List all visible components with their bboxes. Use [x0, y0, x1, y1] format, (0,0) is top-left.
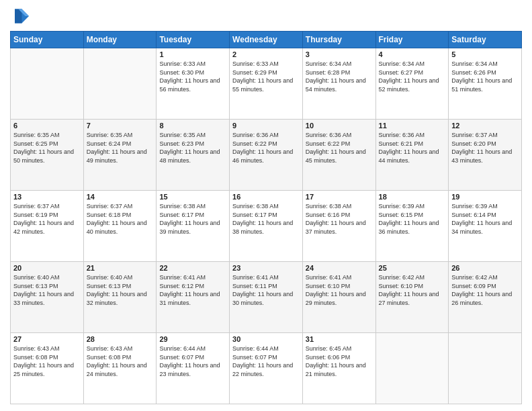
day-info: Sunrise: 6:40 AM Sunset: 6:13 PM Dayligh… [13, 273, 81, 307]
calendar-cell [83, 48, 157, 120]
calendar-cell [449, 333, 522, 404]
calendar-cell: 1Sunrise: 6:33 AM Sunset: 6:30 PM Daylig… [157, 48, 230, 120]
weekday-header-sunday: Sunday [11, 32, 84, 48]
day-number: 12 [451, 122, 519, 130]
calendar-week-2: 6Sunrise: 6:35 AM Sunset: 6:25 PM Daylig… [11, 120, 522, 191]
calendar-cell: 11Sunrise: 6:36 AM Sunset: 6:21 PM Dayli… [375, 120, 449, 191]
day-info: Sunrise: 6:38 AM Sunset: 6:17 PM Dayligh… [159, 202, 226, 236]
calendar-cell: 22Sunrise: 6:41 AM Sunset: 6:12 PM Dayli… [157, 262, 230, 333]
day-info: Sunrise: 6:38 AM Sunset: 6:16 PM Dayligh… [306, 202, 373, 236]
calendar-cell: 25Sunrise: 6:42 AM Sunset: 6:10 PM Dayli… [375, 262, 449, 333]
day-number: 28 [87, 335, 154, 343]
calendar-cell: 17Sunrise: 6:38 AM Sunset: 6:16 PM Dayli… [302, 191, 375, 262]
calendar-cell: 9Sunrise: 6:36 AM Sunset: 6:22 PM Daylig… [230, 120, 303, 191]
day-info: Sunrise: 6:35 AM Sunset: 6:23 PM Dayligh… [159, 131, 226, 165]
day-number: 24 [306, 264, 373, 272]
calendar-cell: 31Sunrise: 6:45 AM Sunset: 6:06 PM Dayli… [302, 333, 375, 404]
day-number: 8 [159, 122, 226, 130]
day-number: 21 [87, 264, 154, 272]
calendar-week-4: 20Sunrise: 6:40 AM Sunset: 6:13 PM Dayli… [11, 262, 522, 333]
calendar-cell [11, 48, 84, 120]
day-info: Sunrise: 6:36 AM Sunset: 6:21 PM Dayligh… [379, 131, 446, 165]
day-number: 17 [306, 193, 373, 201]
day-number: 3 [306, 50, 373, 58]
calendar-cell: 29Sunrise: 6:44 AM Sunset: 6:07 PM Dayli… [157, 333, 230, 404]
calendar-cell: 10Sunrise: 6:36 AM Sunset: 6:22 PM Dayli… [302, 120, 375, 191]
day-info: Sunrise: 6:36 AM Sunset: 6:22 PM Dayligh… [232, 131, 300, 165]
day-number: 18 [379, 193, 446, 201]
calendar-cell: 26Sunrise: 6:42 AM Sunset: 6:09 PM Dayli… [449, 262, 522, 333]
day-info: Sunrise: 6:34 AM Sunset: 6:28 PM Dayligh… [306, 60, 373, 93]
header [10, 7, 522, 26]
calendar-cell: 2Sunrise: 6:33 AM Sunset: 6:29 PM Daylig… [230, 48, 303, 120]
day-info: Sunrise: 6:33 AM Sunset: 6:29 PM Dayligh… [232, 60, 300, 93]
calendar-cell: 28Sunrise: 6:43 AM Sunset: 6:08 PM Dayli… [83, 333, 157, 404]
day-number: 31 [306, 335, 373, 343]
day-info: Sunrise: 6:45 AM Sunset: 6:06 PM Dayligh… [306, 345, 373, 378]
weekday-header-monday: Monday [83, 32, 157, 48]
calendar-cell: 14Sunrise: 6:37 AM Sunset: 6:18 PM Dayli… [83, 191, 157, 262]
day-number: 15 [159, 193, 226, 201]
day-info: Sunrise: 6:41 AM Sunset: 6:11 PM Dayligh… [232, 273, 300, 307]
day-number: 14 [87, 193, 154, 201]
calendar-week-5: 27Sunrise: 6:43 AM Sunset: 6:08 PM Dayli… [11, 333, 522, 404]
day-info: Sunrise: 6:38 AM Sunset: 6:17 PM Dayligh… [232, 202, 300, 236]
day-number: 1 [159, 50, 226, 58]
calendar-body: 1Sunrise: 6:33 AM Sunset: 6:30 PM Daylig… [11, 48, 522, 404]
day-number: 7 [87, 122, 154, 130]
day-info: Sunrise: 6:41 AM Sunset: 6:10 PM Dayligh… [306, 273, 373, 307]
weekday-header-tuesday: Tuesday [157, 32, 230, 48]
calendar-cell: 15Sunrise: 6:38 AM Sunset: 6:17 PM Dayli… [157, 191, 230, 262]
day-number: 20 [13, 264, 81, 272]
day-info: Sunrise: 6:40 AM Sunset: 6:13 PM Dayligh… [87, 273, 154, 307]
calendar-cell: 13Sunrise: 6:37 AM Sunset: 6:19 PM Dayli… [11, 191, 84, 262]
day-number: 10 [306, 122, 373, 130]
calendar-cell: 30Sunrise: 6:44 AM Sunset: 6:07 PM Dayli… [230, 333, 303, 404]
day-info: Sunrise: 6:39 AM Sunset: 6:14 PM Dayligh… [451, 202, 519, 236]
day-info: Sunrise: 6:37 AM Sunset: 6:18 PM Dayligh… [87, 202, 154, 236]
day-info: Sunrise: 6:36 AM Sunset: 6:22 PM Dayligh… [306, 131, 373, 165]
day-number: 4 [379, 50, 446, 58]
day-number: 30 [232, 335, 300, 343]
day-info: Sunrise: 6:33 AM Sunset: 6:30 PM Dayligh… [159, 60, 226, 93]
logo-icon [10, 7, 29, 26]
calendar-cell: 20Sunrise: 6:40 AM Sunset: 6:13 PM Dayli… [11, 262, 84, 333]
day-number: 2 [232, 50, 300, 58]
calendar-table: SundayMondayTuesdayWednesdayThursdayFrid… [10, 31, 522, 404]
calendar-cell: 21Sunrise: 6:40 AM Sunset: 6:13 PM Dayli… [83, 262, 157, 333]
day-number: 13 [13, 193, 81, 201]
calendar-cell: 27Sunrise: 6:43 AM Sunset: 6:08 PM Dayli… [11, 333, 84, 404]
calendar-week-1: 1Sunrise: 6:33 AM Sunset: 6:30 PM Daylig… [11, 48, 522, 120]
day-info: Sunrise: 6:35 AM Sunset: 6:25 PM Dayligh… [13, 131, 81, 165]
calendar-week-3: 13Sunrise: 6:37 AM Sunset: 6:19 PM Dayli… [11, 191, 522, 262]
day-number: 25 [379, 264, 446, 272]
weekday-header-friday: Friday [375, 32, 449, 48]
day-number: 16 [232, 193, 300, 201]
day-number: 9 [232, 122, 300, 130]
calendar-cell [375, 333, 449, 404]
calendar-cell: 4Sunrise: 6:34 AM Sunset: 6:27 PM Daylig… [375, 48, 449, 120]
calendar-cell: 16Sunrise: 6:38 AM Sunset: 6:17 PM Dayli… [230, 191, 303, 262]
day-info: Sunrise: 6:44 AM Sunset: 6:07 PM Dayligh… [159, 345, 226, 378]
calendar-cell: 19Sunrise: 6:39 AM Sunset: 6:14 PM Dayli… [449, 191, 522, 262]
day-number: 5 [451, 50, 519, 58]
calendar-cell: 3Sunrise: 6:34 AM Sunset: 6:28 PM Daylig… [302, 48, 375, 120]
day-info: Sunrise: 6:42 AM Sunset: 6:09 PM Dayligh… [451, 273, 519, 307]
day-info: Sunrise: 6:37 AM Sunset: 6:20 PM Dayligh… [451, 131, 519, 165]
day-info: Sunrise: 6:34 AM Sunset: 6:27 PM Dayligh… [379, 60, 446, 93]
page: SundayMondayTuesdayWednesdayThursdayFrid… [0, 0, 532, 411]
calendar-cell: 6Sunrise: 6:35 AM Sunset: 6:25 PM Daylig… [11, 120, 84, 191]
calendar-cell: 23Sunrise: 6:41 AM Sunset: 6:11 PM Dayli… [230, 262, 303, 333]
day-info: Sunrise: 6:39 AM Sunset: 6:15 PM Dayligh… [379, 202, 446, 236]
calendar-cell: 12Sunrise: 6:37 AM Sunset: 6:20 PM Dayli… [449, 120, 522, 191]
day-info: Sunrise: 6:42 AM Sunset: 6:10 PM Dayligh… [379, 273, 446, 307]
day-number: 6 [13, 122, 81, 130]
day-number: 11 [379, 122, 446, 130]
day-number: 19 [451, 193, 519, 201]
weekday-header-wednesday: Wednesday [230, 32, 303, 48]
calendar-cell: 24Sunrise: 6:41 AM Sunset: 6:10 PM Dayli… [302, 262, 375, 333]
day-info: Sunrise: 6:41 AM Sunset: 6:12 PM Dayligh… [159, 273, 226, 307]
day-number: 22 [159, 264, 226, 272]
logo [10, 7, 32, 26]
weekday-header-saturday: Saturday [449, 32, 522, 48]
